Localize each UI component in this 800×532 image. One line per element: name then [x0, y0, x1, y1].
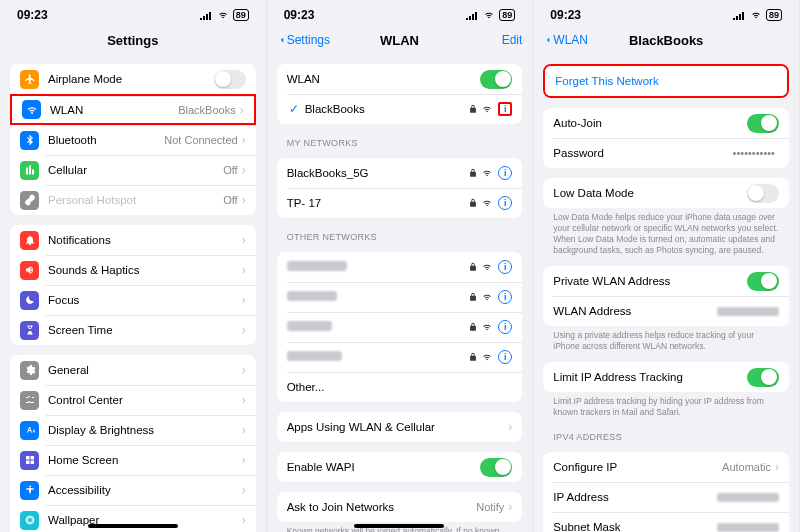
screen-wlan: 09:23 89 Settings WLAN Edit WLAN ✓ Black… [267, 0, 534, 532]
other-networks-header: OTHER NETWORKS [287, 232, 513, 242]
wlan-list[interactable]: WLAN ✓ BlackBooks i MY NETWORKS BlackBoo… [267, 54, 533, 532]
info-button[interactable]: i [498, 290, 512, 304]
forget-network-group: Forget This Network [543, 64, 789, 98]
row-label: Configure IP [553, 461, 722, 473]
row-password[interactable]: Password ••••••••••• [543, 138, 789, 168]
sound-icon [20, 261, 39, 280]
row-home-screen[interactable]: Home Screen › [10, 445, 256, 475]
wlan-toggle[interactable] [480, 70, 512, 89]
chevron-icon: › [242, 453, 246, 467]
row-connected-network[interactable]: ✓ BlackBooks i [277, 94, 523, 124]
ipv4-header: IPV4 ADDRESS [553, 432, 779, 442]
row-other-network[interactable]: i [277, 342, 523, 372]
row-other[interactable]: Other... [277, 372, 523, 402]
row-screen-time[interactable]: Screen Time › [10, 315, 256, 345]
limit-tracking-toggle[interactable] [747, 368, 779, 387]
airplane-toggle[interactable] [214, 70, 246, 89]
row-personal-hotspot[interactable]: Personal Hotspot Off › [10, 185, 256, 215]
row-limit-ip-tracking[interactable]: Limit IP Address Tracking [543, 362, 789, 392]
row-label: Auto-Join [553, 117, 747, 129]
my-networks-header: MY NETWORKS [287, 138, 513, 148]
info-button[interactable]: i [498, 260, 512, 274]
password-value: ••••••••••• [733, 147, 775, 159]
row-low-data-mode[interactable]: Low Data Mode [543, 178, 789, 208]
info-button[interactable]: i [498, 196, 512, 210]
info-button[interactable]: i [498, 166, 512, 180]
wifi-icon [482, 198, 492, 208]
row-accessibility[interactable]: Accessibility › [10, 475, 256, 505]
row-subnet-mask[interactable]: Subnet Mask [543, 512, 789, 532]
row-enable-wapi[interactable]: Enable WAPI [277, 452, 523, 482]
row-my-network[interactable]: TP- 17 i [277, 188, 523, 218]
home-indicator[interactable] [354, 524, 444, 528]
back-button[interactable]: Settings [277, 33, 330, 47]
lock-icon [468, 168, 478, 178]
row-label [287, 291, 469, 303]
row-label: TP- 17 [287, 197, 469, 209]
row-general[interactable]: General › [10, 355, 256, 385]
settings-list[interactable]: Airplane Mode WLAN BlackBooks › Bluetoot… [0, 54, 266, 532]
row-label: WLAN [50, 104, 178, 116]
signal-icon [465, 10, 479, 20]
private-address-footer: Using a private address helps reduce tra… [553, 330, 779, 352]
moon-icon [20, 291, 39, 310]
row-label [287, 261, 469, 273]
page-title: Settings [0, 33, 266, 48]
private-address-toggle[interactable] [747, 272, 779, 291]
row-label: Home Screen [48, 454, 242, 466]
row-focus[interactable]: Focus › [10, 285, 256, 315]
auto-join-toggle[interactable] [747, 114, 779, 133]
row-label: Personal Hotspot [48, 194, 223, 206]
row-label: Subnet Mask [553, 521, 717, 532]
lock-icon [468, 352, 478, 362]
info-button[interactable]: i [498, 102, 512, 116]
row-value: Not Connected [164, 134, 237, 146]
row-value: Automatic [722, 461, 771, 473]
row-bluetooth[interactable]: Bluetooth Not Connected › [10, 125, 256, 155]
row-wlan[interactable]: WLAN BlackBooks › [10, 94, 256, 125]
wifi-icon [482, 10, 496, 20]
row-label: Ask to Join Networks [287, 501, 477, 513]
row-other-network[interactable]: i [277, 312, 523, 342]
row-cellular[interactable]: Cellular Off › [10, 155, 256, 185]
back-button[interactable]: WLAN [543, 33, 588, 47]
chevron-icon: › [242, 193, 246, 207]
row-label: Enable WAPI [287, 461, 481, 473]
row-configure-ip[interactable]: Configure IP Automatic › [543, 452, 789, 482]
row-other-network[interactable]: i [277, 252, 523, 282]
row-other-network[interactable]: i [277, 282, 523, 312]
row-display[interactable]: Display & Brightness › [10, 415, 256, 445]
row-label: Private WLAN Address [553, 275, 747, 287]
info-button[interactable]: i [498, 350, 512, 364]
chevron-icon: › [242, 293, 246, 307]
info-button[interactable]: i [498, 320, 512, 334]
row-ask-to-join[interactable]: Ask to Join Networks Notify › [277, 492, 523, 522]
edit-button[interactable]: Edit [502, 33, 523, 47]
row-sounds[interactable]: Sounds & Haptics › [10, 255, 256, 285]
row-ip-address[interactable]: IP Address [543, 482, 789, 512]
low-data-footer: Low Data Mode helps reduce your iPhone d… [553, 212, 779, 256]
row-auto-join[interactable]: Auto-Join [543, 108, 789, 138]
row-label: BlackBooks_5G [287, 167, 469, 179]
row-notifications[interactable]: Notifications › [10, 225, 256, 255]
row-wlan-address[interactable]: WLAN Address [543, 296, 789, 326]
home-indicator[interactable] [88, 524, 178, 528]
screen-settings: 09:23 89 Settings Airplane Mode WLAN Bla… [0, 0, 267, 532]
row-control-center[interactable]: Control Center › [10, 385, 256, 415]
forget-network-button[interactable]: Forget This Network [545, 66, 787, 96]
row-wlan-toggle[interactable]: WLAN [277, 64, 523, 94]
row-label: Display & Brightness [48, 424, 242, 436]
status-icons: 89 [732, 9, 782, 21]
row-private-wlan-address[interactable]: Private WLAN Address [543, 266, 789, 296]
row-value: Off [223, 164, 237, 176]
row-airplane-mode[interactable]: Airplane Mode [10, 64, 256, 94]
lock-icon [468, 292, 478, 302]
network-detail-list[interactable]: Forget This Network Auto-Join Password •… [533, 54, 799, 532]
wlan-address-value [717, 307, 779, 316]
row-my-network[interactable]: BlackBooks_5G i [277, 158, 523, 188]
sliders-icon [20, 391, 39, 410]
wapi-toggle[interactable] [480, 458, 512, 477]
low-data-toggle[interactable] [747, 184, 779, 203]
row-label: WLAN Address [553, 305, 717, 317]
row-apps-using-wlan[interactable]: Apps Using WLAN & Cellular › [277, 412, 523, 442]
